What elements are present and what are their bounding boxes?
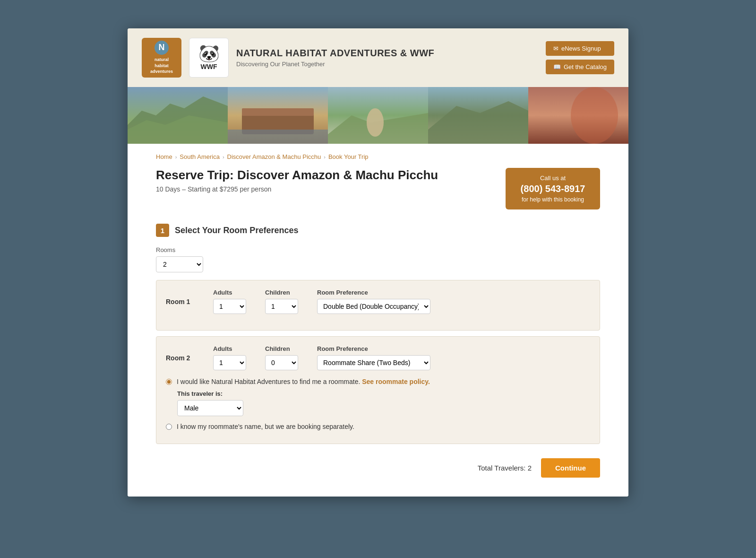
breadcrumb-current: Book Your Trip [328, 153, 369, 160]
room-2-adults-group: Adults 1 2 3 [213, 345, 246, 370]
total-travelers: Total Travelers: 2 [478, 464, 532, 472]
header-left: N naturalhabitatadventures 🐼 WWF NATURAL… [142, 38, 434, 78]
breadcrumb: Home › South America › Discover Amazon &… [156, 153, 600, 160]
breadcrumb-south-america[interactable]: South America [180, 153, 220, 160]
roommate-know-text: I know my roommate's name, but we are bo… [177, 423, 354, 430]
total-travelers-label: Total Travelers: [478, 464, 526, 472]
catalog-button[interactable]: 📖 Get the Catalog [546, 60, 614, 74]
page-title-area: Reserve Trip: Discover Amazon & Machu Pi… [156, 168, 600, 209]
phone-number: (800) 543-8917 [515, 183, 591, 194]
roommate-radio-1-row: I would like Natural Habitat Adventures … [166, 378, 590, 385]
hero-image-5 [528, 87, 628, 144]
room-2-children-select[interactable]: 0 1 2 [265, 355, 298, 370]
hero-images [128, 87, 628, 144]
wwf-text: WWF [201, 63, 217, 70]
traveler-is-label: This traveler is: [177, 390, 590, 397]
roommate-radio-2[interactable] [166, 424, 172, 430]
header: N naturalhabitatadventures 🐼 WWF NATURAL… [128, 28, 628, 87]
header-actions: ✉ eNews Signup 📖 Get the Catalog [546, 41, 614, 74]
book-icon: 📖 [553, 63, 561, 70]
enews-label: eNews Signup [561, 45, 601, 52]
rooms-select[interactable]: 1 2 3 4 [156, 256, 203, 272]
rooms-select-wrapper: Rooms 1 2 3 4 [156, 246, 203, 272]
hero-image-1 [128, 87, 228, 144]
room-1-label: Room 1 [166, 298, 194, 305]
room-2-children-group: Children 0 1 2 [265, 345, 298, 370]
room-1-adults-select[interactable]: 1 2 3 [213, 299, 246, 314]
call-help: for help with this booking [515, 196, 591, 203]
see-policy-link[interactable]: See roommate policy. [362, 378, 430, 385]
hero-image-3 [328, 87, 428, 144]
wwf-logo: 🐼 WWF [189, 38, 229, 78]
hero-image-4 [428, 87, 528, 144]
total-travelers-value: 2 [528, 464, 532, 472]
gender-select[interactable]: Male Female Non-binary [177, 400, 243, 416]
nha-letter: N [155, 41, 169, 55]
svg-rect-6 [228, 130, 328, 144]
roommate-section: I would like Natural Habitat Adventures … [166, 378, 590, 430]
step-number-1: 1 [156, 224, 169, 237]
room-1-adults-group: Adults 1 2 3 [213, 289, 246, 314]
catalog-label: Get the Catalog [564, 63, 607, 70]
room-2-card: Room 2 Adults 1 2 3 Children 0 1 [156, 336, 600, 444]
nha-logo: N naturalhabitatadventures [142, 38, 181, 78]
panda-icon: 🐼 [198, 45, 220, 62]
breadcrumb-sep-3: › [324, 154, 326, 160]
room-2-adults-label: Adults [213, 345, 246, 352]
room-1-card: Room 1 Adults 1 2 3 Children 0 1 [156, 280, 600, 331]
header-title: NATURAL HABITAT ADVENTURES & WWF Discove… [236, 48, 434, 68]
room-2-pref-group: Room Preference Single Room (Single Occu… [317, 345, 430, 370]
call-us-label: Call us at [515, 174, 591, 182]
svg-point-13 [571, 87, 618, 144]
traveler-is-section: This traveler is: Male Female Non-binary [177, 390, 590, 416]
roommate-radio-1-label[interactable]: I would like Natural Habitat Adventures … [177, 378, 430, 385]
room-2-children-label: Children [265, 345, 298, 352]
room-1-pref-select[interactable]: Single Room (Single Occupancy) Double Be… [317, 299, 430, 314]
call-box: Call us at (800) 543-8917 for help with … [506, 168, 600, 209]
svg-point-9 [367, 108, 384, 137]
step-1-title: Select Your Room Preferences [175, 226, 298, 235]
room-2-header: Room 2 Adults 1 2 3 Children 0 1 [166, 345, 590, 370]
breadcrumb-sep-2: › [223, 154, 224, 160]
roommate-radio-1[interactable] [166, 379, 172, 385]
roommate-find-text: I would like Natural Habitat Adventures … [177, 378, 360, 385]
breadcrumb-sep-1: › [175, 154, 177, 160]
site-title: NATURAL HABITAT ADVENTURES & WWF [236, 48, 434, 59]
room-1-children-group: Children 0 1 2 [265, 289, 298, 314]
roommate-radio-2-row: I know my roommate's name, but we are bo… [166, 423, 590, 430]
rooms-label: Rooms [156, 246, 203, 253]
email-icon: ✉ [553, 45, 558, 52]
room-1-adults-label: Adults [213, 289, 246, 296]
room-1-header: Room 1 Adults 1 2 3 Children 0 1 [166, 289, 590, 314]
step-1-section: 1 Select Your Room Preferences Rooms 1 2… [156, 224, 600, 444]
page-subtitle: 10 Days – Starting at $7295 per person [156, 185, 438, 193]
svg-rect-5 [242, 108, 314, 116]
roommate-radio-2-label[interactable]: I know my roommate's name, but we are bo… [177, 423, 354, 430]
content-area: Home › South America › Discover Amazon &… [128, 144, 628, 497]
page-title-text: Reserve Trip: Discover Amazon & Machu Pi… [156, 168, 438, 193]
breadcrumb-trip[interactable]: Discover Amazon & Machu Picchu [227, 153, 321, 160]
hero-image-2 [228, 87, 328, 144]
enews-button[interactable]: ✉ eNews Signup [546, 41, 614, 56]
step-1-header: 1 Select Your Room Preferences [156, 224, 600, 237]
continue-button[interactable]: Continue [541, 458, 600, 478]
room-2-adults-select[interactable]: 1 2 3 [213, 355, 246, 370]
room-2-pref-select[interactable]: Single Room (Single Occupancy) Double Be… [317, 355, 430, 370]
page-wrapper: N naturalhabitatadventures 🐼 WWF NATURAL… [128, 28, 628, 497]
nha-logo-text: naturalhabitatadventures [150, 57, 173, 75]
page-title: Reserve Trip: Discover Amazon & Machu Pi… [156, 168, 438, 183]
breadcrumb-home[interactable]: Home [156, 153, 172, 160]
footer-row: Total Travelers: 2 Continue [156, 458, 600, 478]
room-1-pref-label: Room Preference [317, 289, 430, 296]
room-1-children-label: Children [265, 289, 298, 296]
room-2-pref-label: Room Preference [317, 345, 430, 352]
site-subtitle: Discovering Our Planet Together [236, 61, 434, 68]
room-1-pref-group: Room Preference Single Room (Single Occu… [317, 289, 430, 314]
room-2-label: Room 2 [166, 354, 194, 362]
room-1-children-select[interactable]: 0 1 2 [265, 299, 298, 314]
